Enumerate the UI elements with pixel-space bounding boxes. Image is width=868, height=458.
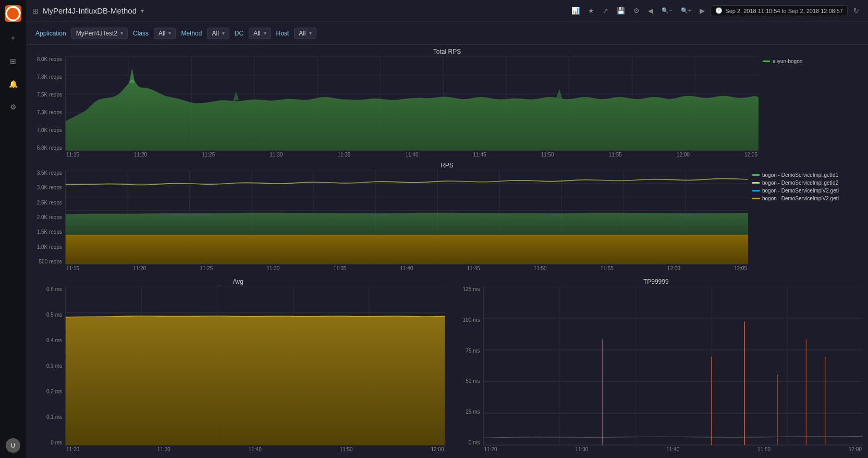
xlabel: 11:50 bbox=[541, 152, 554, 158]
method-dropdown[interactable]: All ▾ bbox=[207, 28, 229, 39]
chart-icon-btn[interactable]: 📊 bbox=[569, 5, 582, 16]
legend-item: bogon - DemoServiceImpl.getId2 bbox=[752, 180, 859, 186]
filterbar: Application MyPerf4JTest2 ▾ Class All ▾ … bbox=[26, 22, 868, 45]
method-all-value: All bbox=[212, 30, 218, 37]
app-logo[interactable] bbox=[5, 5, 21, 22]
refresh-btn[interactable]: ↻ bbox=[851, 5, 862, 16]
xlabel: 12:00 bbox=[849, 447, 862, 452]
share-icon-btn[interactable]: ↗ bbox=[600, 5, 611, 16]
rps-legend: bogon - DemoServiceImpl.getId1 bogon - D… bbox=[748, 170, 863, 274]
rps-chart: RPS 3.5K reqps 3.0K reqps 2.5K reqps 2.0… bbox=[31, 162, 863, 274]
legend-color bbox=[752, 182, 760, 184]
tp99999-area bbox=[483, 286, 863, 445]
settings-icon-btn[interactable]: ⚙ bbox=[631, 5, 642, 16]
xlabel: 11:15 bbox=[66, 152, 79, 158]
time-range-display[interactable]: 🕐 Sep 2, 2018 11:10:54 to Sep 2, 2018 12… bbox=[711, 5, 848, 16]
xlabel: 11:20 bbox=[134, 152, 147, 158]
total-rps-area bbox=[65, 56, 759, 151]
zoom-out-btn[interactable]: 🔍− bbox=[659, 6, 675, 16]
dc-all-value: All bbox=[253, 30, 260, 37]
add-icon[interactable]: ＋ bbox=[6, 31, 20, 45]
star-icon-btn[interactable]: ★ bbox=[585, 5, 597, 16]
avg-yaxis: 0.6 ms 0.5 ms 0.4 ms 0.3 ms 0.2 ms 0.1 m… bbox=[31, 286, 65, 455]
rps-xaxis: 11:15 11:20 11:25 11:30 11:35 11:40 11:4… bbox=[65, 264, 748, 274]
host-label: Host bbox=[273, 28, 292, 39]
zoom-in-btn[interactable]: 🔍+ bbox=[678, 6, 694, 16]
xlabel: 11:45 bbox=[467, 266, 480, 271]
prev-icon-btn[interactable]: ◀ bbox=[645, 5, 656, 16]
next-icon-btn[interactable]: ▶ bbox=[697, 5, 707, 16]
xlabel: 11:40 bbox=[400, 266, 413, 271]
host-all-value: All bbox=[299, 30, 305, 37]
yaxis-label: 0 ms bbox=[469, 440, 480, 445]
xlabel: 12:00 bbox=[667, 266, 680, 271]
xlabel: 11:25 bbox=[202, 152, 215, 158]
topbar: ⊞ MyPerf4J-InfluxDB-Method ▾ 📊 ★ ↗ 💾 ⚙ ◀… bbox=[26, 0, 868, 22]
xlabel: 11:30 bbox=[575, 447, 588, 452]
legend-color bbox=[752, 198, 760, 199]
rps-yaxis: 3.5K reqps 3.0K reqps 2.5K reqps 2.0K re… bbox=[31, 170, 65, 274]
host-dropdown[interactable]: All ▾ bbox=[294, 28, 316, 39]
total-rps-yaxis: 8.0K reqps 7.8K reqps 7.5K reqps 7.3K re… bbox=[31, 56, 65, 160]
xlabel: 11:30 bbox=[157, 447, 170, 452]
dc-dropdown[interactable]: All ▾ bbox=[249, 28, 271, 39]
sidebar: ＋ ⊞ 🔔 ⚙ U bbox=[0, 0, 26, 458]
yaxis-label: 7.5K reqps bbox=[37, 92, 62, 98]
bell-icon[interactable]: 🔔 bbox=[6, 77, 20, 91]
yaxis-label: 1.0K reqps bbox=[37, 244, 62, 250]
yaxis-label: 50 ms bbox=[466, 378, 480, 384]
yaxis-label: 0 ms bbox=[51, 440, 62, 445]
yaxis-label: 500 reqps bbox=[39, 259, 62, 264]
yaxis-label: 3.0K reqps bbox=[37, 185, 62, 190]
tp99999-chart: TP99999 125 ms 100 ms 75 ms 50 ms 25 ms … bbox=[449, 278, 863, 455]
total-rps-xaxis: 11:15 11:20 11:25 11:30 11:35 11:40 11:4… bbox=[65, 151, 759, 160]
xlabel: 11:45 bbox=[473, 152, 486, 158]
application-value: MyPerf4JTest2 bbox=[76, 30, 117, 37]
total-rps-legend: aliyun-bogon bbox=[759, 56, 863, 160]
tp99999-xlabels: 11:20 11:30 11:40 11:50 12:00 bbox=[483, 447, 863, 452]
host-arrow: ▾ bbox=[309, 30, 312, 36]
xlabel: 12:00 bbox=[677, 152, 690, 158]
yaxis-label: 7.8K reqps bbox=[37, 74, 62, 80]
yaxis-label: 0.1 ms bbox=[46, 414, 62, 420]
yaxis-label: 3.5K reqps bbox=[37, 170, 62, 176]
rps-title: RPS bbox=[31, 162, 863, 169]
yaxis-label: 0.5 ms bbox=[46, 312, 62, 318]
time-range-text: Sep 2, 2018 11:10:54 to Sep 2, 2018 12:0… bbox=[725, 8, 843, 14]
application-dropdown[interactable]: MyPerf4JTest2 ▾ bbox=[71, 28, 128, 39]
legend-color bbox=[752, 190, 760, 191]
save-icon-btn[interactable]: 💾 bbox=[614, 5, 628, 16]
yaxis-label: 125 ms bbox=[463, 286, 480, 292]
title-arrow[interactable]: ▾ bbox=[141, 7, 144, 15]
legend-label: bogon - DemoServiceImpl.getId2 bbox=[762, 180, 838, 186]
yaxis-label: 0.4 ms bbox=[46, 338, 62, 343]
yaxis-label: 25 ms bbox=[466, 409, 480, 415]
legend-item: bogon - DemoServiceImpl.getId1 bbox=[752, 172, 859, 178]
xlabel: 11:50 bbox=[534, 266, 547, 271]
application-label: Application bbox=[32, 28, 69, 39]
class-dropdown[interactable]: All ▾ bbox=[154, 28, 176, 39]
tp99999-yaxis: 125 ms 100 ms 75 ms 50 ms 25 ms 0 ms bbox=[449, 286, 483, 455]
settings-icon[interactable]: ⚙ bbox=[6, 100, 20, 114]
user-avatar[interactable]: U bbox=[6, 438, 20, 453]
xlabel: 11:35 bbox=[333, 266, 346, 271]
class-arrow: ▾ bbox=[168, 30, 171, 36]
xlabel: 12:05 bbox=[744, 152, 757, 158]
xlabel: 11:40 bbox=[666, 447, 679, 452]
legend-label: bogon - DemoServiceImplV2.getI bbox=[762, 188, 839, 194]
class-all-value: All bbox=[158, 30, 165, 37]
application-arrow: ▾ bbox=[120, 30, 123, 36]
legend-color bbox=[763, 61, 770, 62]
yaxis-label: 2.5K reqps bbox=[37, 200, 62, 206]
avg-area bbox=[65, 286, 445, 445]
topbar-right: 📊 ★ ↗ 💾 ⚙ ◀ 🔍− 🔍+ ▶ 🕐 Sep 2, 2018 11:10:… bbox=[569, 5, 862, 16]
xlabel: 11:25 bbox=[200, 266, 213, 271]
xlabel: 11:30 bbox=[266, 266, 279, 271]
xlabel: 11:20 bbox=[66, 447, 79, 452]
total-rps-chart: Total RPS 8.0K reqps 7.8K reqps 7.5K req… bbox=[31, 48, 863, 158]
xlabel: 11:30 bbox=[270, 152, 283, 158]
yaxis-label: 7.0K reqps bbox=[37, 127, 62, 133]
tp99999-title: TP99999 bbox=[449, 278, 863, 285]
grid-icon[interactable]: ⊞ bbox=[6, 54, 20, 68]
yaxis-label: 2.0K reqps bbox=[37, 214, 62, 220]
